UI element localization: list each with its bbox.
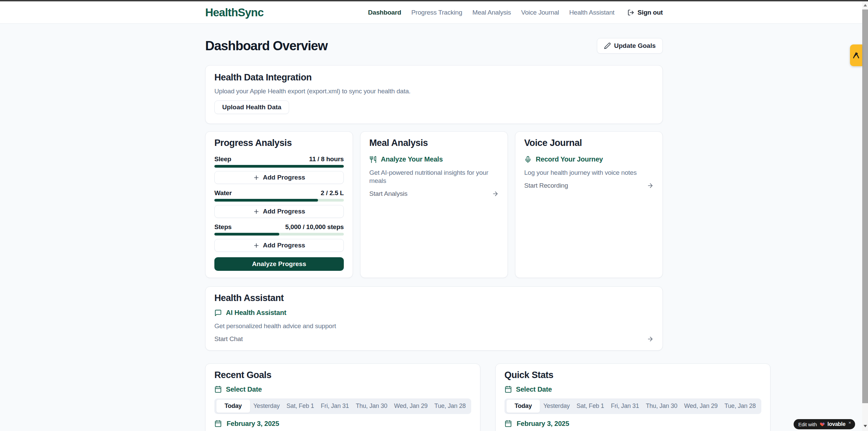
voice-journal-title: Voice Journal xyxy=(524,138,654,148)
tab-today[interactable]: Today xyxy=(216,400,250,413)
metric-sleep: Sleep 11 / 8 hours Add Progress xyxy=(214,155,344,184)
arrow-right-icon xyxy=(492,190,499,197)
tab-today[interactable]: Today xyxy=(507,400,540,413)
page-head: Dashboard Overview Update Goals xyxy=(205,38,663,54)
progress-analysis-title: Progress Analysis xyxy=(214,138,344,148)
ai-health-assistant-link[interactable]: AI Health Assistant xyxy=(214,309,654,317)
lovable-tool-icon xyxy=(852,51,861,60)
add-progress-label: Add Progress xyxy=(263,208,305,215)
quick-stats-title: Quick Stats xyxy=(504,370,761,380)
main-nav: Dashboard Progress Tracking Meal Analysi… xyxy=(368,9,663,16)
lovable-select-tool-button[interactable] xyxy=(850,44,862,66)
pencil-icon xyxy=(604,42,611,49)
tab-wed-jan-29[interactable]: Wed, Jan 29 xyxy=(391,402,431,410)
close-icon[interactable]: × xyxy=(849,420,851,425)
health-assistant-description: Get personalized health advice and suppo… xyxy=(214,322,654,330)
scrollbar-thumb[interactable] xyxy=(862,10,868,403)
sign-out-button[interactable]: Sign out xyxy=(627,9,663,16)
metric-water: Water 2 / 2.5 L Add Progress xyxy=(214,189,344,218)
health-assistant-card: Health Assistant AI Health Assistant Get… xyxy=(205,286,663,351)
arrow-right-icon xyxy=(647,336,654,342)
record-your-journey-label: Record Your Journey xyxy=(536,155,603,163)
tab-fri-jan-31[interactable]: Fri, Jan 31 xyxy=(607,402,642,410)
lovable-badge-brand: lovable xyxy=(828,421,846,427)
select-date-label: Select Date xyxy=(226,386,262,393)
lovable-badge[interactable]: Edit with lovable × xyxy=(794,419,855,429)
meal-analysis-description: Get AI-powered nutritional insights for … xyxy=(369,169,499,185)
voice-journal-card: Voice Journal Record Your Journey Log yo… xyxy=(515,131,663,278)
tab-yesterday[interactable]: Yesterday xyxy=(540,402,573,410)
feature-cards-row: Progress Analysis Sleep 11 / 8 hours Add… xyxy=(205,131,663,278)
select-date-button[interactable]: Select Date xyxy=(214,386,471,393)
chat-bubble-icon xyxy=(214,309,222,317)
app-logo: HealthSync xyxy=(205,6,264,19)
start-chat-action[interactable]: Start Chat xyxy=(214,335,654,343)
nav-item-progress-tracking[interactable]: Progress Tracking xyxy=(411,9,462,16)
site-header: HealthSync Dashboard Progress Tracking M… xyxy=(0,1,868,24)
start-recording-label: Start Recording xyxy=(524,182,568,189)
heart-icon xyxy=(819,421,825,427)
calendar-icon xyxy=(504,386,512,393)
scrollbar-down-arrow[interactable] xyxy=(864,425,867,427)
water-progress-fill xyxy=(214,199,318,202)
utensils-icon xyxy=(369,156,377,163)
logout-icon xyxy=(627,9,634,16)
health-assistant-title: Health Assistant xyxy=(214,293,654,303)
nav-item-dashboard[interactable]: Dashboard xyxy=(368,9,401,16)
tab-yesterday[interactable]: Yesterday xyxy=(250,402,283,410)
selected-date-label: February 3, 2025 xyxy=(227,420,279,428)
tab-fri-jan-31[interactable]: Fri, Jan 31 xyxy=(317,402,352,410)
scrollbar-up-arrow[interactable] xyxy=(864,4,867,6)
tab-sat-feb-1[interactable]: Sat, Feb 1 xyxy=(283,402,317,410)
analyze-progress-button[interactable]: Analyze Progress xyxy=(214,257,344,271)
calendar-icon xyxy=(504,420,512,427)
add-water-progress-button[interactable]: Add Progress xyxy=(214,205,344,218)
nav-item-health-assistant[interactable]: Health Assistant xyxy=(569,9,615,16)
tab-wed-jan-29[interactable]: Wed, Jan 29 xyxy=(681,402,721,410)
start-chat-label: Start Chat xyxy=(214,335,243,343)
sleep-label: Sleep xyxy=(214,155,231,163)
add-steps-progress-button[interactable]: Add Progress xyxy=(214,239,344,252)
tab-thu-jan-30[interactable]: Thu, Jan 30 xyxy=(352,402,391,410)
start-recording-action[interactable]: Start Recording xyxy=(524,182,654,189)
scrollbar[interactable] xyxy=(862,1,868,431)
selected-date-button[interactable]: February 3, 2025 xyxy=(214,420,471,428)
upload-health-data-button[interactable]: Upload Health Data xyxy=(214,100,289,114)
plus-icon xyxy=(253,242,260,249)
tab-tue-jan-28[interactable]: Tue, Jan 28 xyxy=(431,402,469,410)
date-tabs: Today Yesterday Sat, Feb 1 Fri, Jan 31 T… xyxy=(214,398,471,414)
add-progress-label: Add Progress xyxy=(263,174,305,181)
health-data-integration-card: Health Data Integration Upload your Appl… xyxy=(205,65,663,124)
select-date-button[interactable]: Select Date xyxy=(504,386,761,393)
voice-journal-description: Log your health journey with voice notes xyxy=(524,169,654,177)
date-tabs: Today Yesterday Sat, Feb 1 Fri, Jan 31 T… xyxy=(504,398,761,414)
steps-progress-bar xyxy=(214,233,344,236)
add-sleep-progress-button[interactable]: Add Progress xyxy=(214,171,344,184)
selected-date-button[interactable]: February 3, 2025 xyxy=(504,420,761,428)
bottom-cards-row: Recent Goals Select Date Today Yesterday… xyxy=(205,363,663,431)
progress-analysis-card: Progress Analysis Sleep 11 / 8 hours Add… xyxy=(205,131,353,278)
start-analysis-action[interactable]: Start Analysis xyxy=(369,190,499,198)
record-your-journey-link[interactable]: Record Your Journey xyxy=(524,155,654,163)
add-progress-label: Add Progress xyxy=(263,242,305,249)
sleep-progress-bar xyxy=(214,165,344,168)
browser-edge-strip xyxy=(0,0,868,1)
tab-sat-feb-1[interactable]: Sat, Feb 1 xyxy=(573,402,607,410)
tab-tue-jan-28[interactable]: Tue, Jan 28 xyxy=(721,402,759,410)
nav-item-voice-journal[interactable]: Voice Journal xyxy=(521,9,559,16)
tab-thu-jan-30[interactable]: Thu, Jan 30 xyxy=(642,402,681,410)
update-goals-label: Update Goals xyxy=(614,42,656,50)
page-title: Dashboard Overview xyxy=(205,39,327,53)
recent-goals-title: Recent Goals xyxy=(214,370,471,380)
calendar-icon xyxy=(214,386,222,393)
update-goals-button[interactable]: Update Goals xyxy=(597,38,663,54)
analyze-your-meals-link[interactable]: Analyze Your Meals xyxy=(369,155,499,163)
meal-analysis-title: Meal Analysis xyxy=(369,138,499,148)
nav-item-meal-analysis[interactable]: Meal Analysis xyxy=(473,9,511,16)
main-content: Dashboard Overview Update Goals Health D… xyxy=(205,24,663,431)
selected-date-label: February 3, 2025 xyxy=(517,420,569,428)
meal-analysis-card: Meal Analysis Analyze Your Meals Get AI-… xyxy=(360,131,508,278)
water-progress-bar xyxy=(214,199,344,202)
sign-out-label: Sign out xyxy=(638,9,663,16)
integration-description: Upload your Apple Health export (export.… xyxy=(214,88,654,95)
